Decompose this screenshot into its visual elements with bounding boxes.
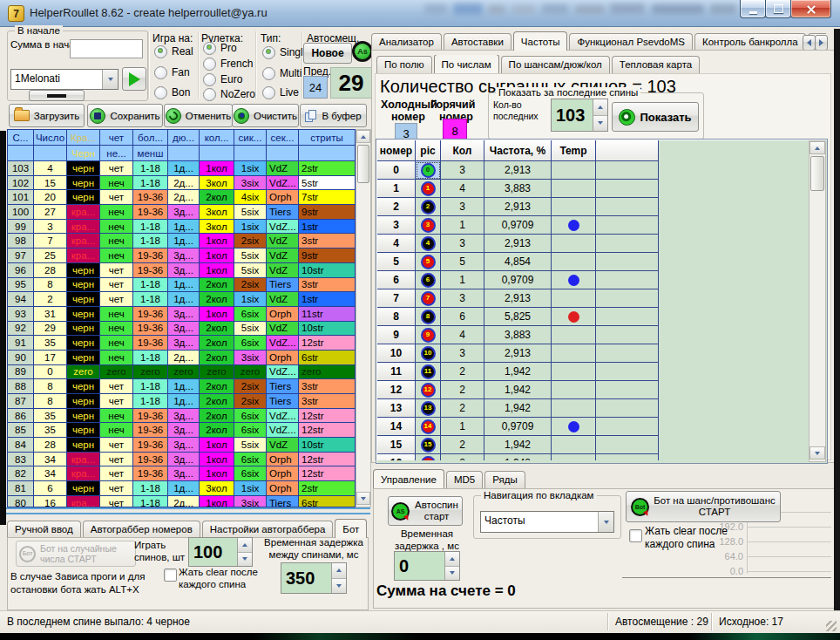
spins-cell[interactable]: 7str bbox=[299, 190, 356, 205]
spins-cell[interactable]: чет bbox=[100, 278, 133, 293]
spins-cell[interactable]: 94 bbox=[8, 292, 34, 307]
preset-value[interactable]: 1Melonati bbox=[11, 70, 102, 89]
spins-cell[interactable]: 2six bbox=[234, 394, 267, 409]
spins-cell[interactable]: кра... bbox=[67, 453, 100, 467]
spins-cell[interactable]: черн bbox=[67, 278, 100, 293]
spins-cell[interactable]: 6six bbox=[234, 307, 267, 322]
spins-cell[interactable]: черн bbox=[67, 190, 100, 205]
tab-По числам[interactable]: По числам bbox=[434, 55, 499, 73]
copy-button[interactable]: В буфер bbox=[300, 104, 367, 127]
show-button[interactable]: Показать bbox=[612, 102, 699, 132]
spins-cell[interactable]: 6 bbox=[34, 481, 67, 496]
spins-cell[interactable]: 12str bbox=[299, 336, 356, 351]
spins-cell[interactable]: 3six bbox=[234, 351, 267, 365]
spins-cell[interactable]: 102 bbox=[8, 176, 34, 191]
tab-Автограббер номеров[interactable]: Автограббер номеров bbox=[83, 521, 200, 538]
freq-count-cell[interactable]: 2 bbox=[441, 454, 484, 460]
spins-cell[interactable]: 19-36 bbox=[133, 409, 168, 424]
spins-cell[interactable]: 1six bbox=[234, 481, 267, 496]
freq-count-cell[interactable]: 3 bbox=[441, 344, 484, 363]
maximize-button[interactable] bbox=[765, 0, 791, 18]
freq-number-cell[interactable]: 11 bbox=[377, 363, 416, 381]
spins-cell[interactable]: 84 bbox=[8, 438, 34, 453]
minimize-button[interactable] bbox=[740, 0, 766, 18]
spins-cell[interactable]: черн bbox=[67, 409, 100, 424]
spins-cell[interactable]: 19-36 bbox=[133, 423, 168, 438]
freq-percent-cell[interactable]: 1,942 bbox=[484, 436, 552, 454]
freq-pic-cell[interactable]: 13 bbox=[416, 399, 441, 418]
spins-cell[interactable]: 4 bbox=[34, 161, 67, 176]
spins-cell[interactable]: чет bbox=[100, 466, 133, 481]
spins-cell[interactable]: черн bbox=[67, 379, 100, 394]
freq-empty-cell[interactable] bbox=[596, 363, 659, 381]
freq-empty-cell[interactable] bbox=[596, 235, 659, 253]
spins-cell[interactable]: 3str bbox=[299, 278, 356, 293]
freq-pic-cell[interactable]: 3 bbox=[416, 216, 441, 235]
spins-cell[interactable]: 12str bbox=[299, 423, 356, 438]
spins-cell[interactable]: zero bbox=[200, 365, 234, 380]
spins-cell[interactable]: черн bbox=[67, 307, 100, 322]
freq-number-cell[interactable]: 12 bbox=[377, 381, 416, 399]
freq-number-cell[interactable]: 1 bbox=[377, 180, 416, 198]
spins-cell[interactable]: 3д... bbox=[168, 423, 200, 438]
freq-empty-cell[interactable] bbox=[596, 399, 659, 418]
spins-cell[interactable]: 2кол bbox=[200, 292, 234, 307]
spins-cell[interactable]: 93 bbox=[8, 307, 34, 322]
radio-multi[interactable]: Multi bbox=[262, 67, 301, 79]
spins-cell[interactable]: Orph bbox=[267, 307, 299, 322]
freq-empty-cell[interactable] bbox=[596, 289, 659, 308]
spins-cell[interactable]: 1кол bbox=[200, 161, 234, 176]
step-down-button[interactable] bbox=[332, 579, 346, 594]
tab-Частоты[interactable]: Частоты bbox=[513, 31, 568, 51]
spins-cell[interactable]: 1-18 bbox=[133, 176, 168, 191]
spins-cell[interactable]: черн bbox=[67, 263, 100, 278]
spins-cell[interactable]: 5six bbox=[234, 438, 267, 453]
spins-cell[interactable]: 34 bbox=[34, 453, 67, 467]
spins-cell[interactable]: 1д... bbox=[168, 161, 200, 176]
spins-cell[interactable]: 86 bbox=[8, 409, 34, 424]
tab-Управление[interactable]: Управление bbox=[373, 469, 444, 488]
freq-count-cell[interactable]: 4 bbox=[441, 180, 484, 198]
spins-cell[interactable]: 29 bbox=[34, 322, 67, 337]
spins-cell[interactable]: 19-36 bbox=[133, 453, 168, 467]
spins-cell[interactable]: zero bbox=[133, 365, 168, 380]
spins-cell[interactable]: 82 bbox=[8, 466, 34, 481]
spins-cell[interactable]: 1д... bbox=[168, 220, 200, 235]
freq-number-cell[interactable]: 10 bbox=[377, 344, 416, 363]
freq-empty-cell[interactable] bbox=[596, 344, 659, 363]
spins-cell[interactable]: zero bbox=[168, 365, 200, 380]
play-spins-value[interactable]: 100 bbox=[189, 538, 237, 566]
spins-cell[interactable]: 11str bbox=[299, 307, 356, 322]
tab-Функционал PsevdoMS[interactable]: Функционал PsevdoMS bbox=[569, 33, 693, 51]
spins-cell[interactable]: 10str bbox=[299, 322, 356, 337]
scroll-up-button[interactable] bbox=[810, 141, 825, 154]
spins-cell[interactable]: 1кол bbox=[200, 496, 234, 507]
freq-temp-cell[interactable] bbox=[552, 253, 596, 271]
spins-cell[interactable]: 3кол bbox=[200, 205, 234, 220]
spins-cell[interactable]: Orph bbox=[267, 481, 299, 496]
spins-cell[interactable]: 1-18 bbox=[133, 220, 168, 235]
freq-empty-cell[interactable] bbox=[596, 418, 659, 436]
freq-number-cell[interactable]: 3 bbox=[377, 216, 416, 235]
spins-cell[interactable]: 2кол bbox=[200, 351, 234, 365]
freq-temp-cell[interactable] bbox=[552, 289, 596, 308]
freq-count-cell[interactable]: 4 bbox=[441, 326, 484, 344]
freq-pic-cell[interactable]: 1 bbox=[416, 180, 441, 198]
spins-cell[interactable]: 3кол bbox=[200, 176, 234, 191]
freq-temp-cell[interactable] bbox=[552, 326, 596, 344]
step-down-button[interactable] bbox=[593, 116, 607, 132]
scrollbar-thumb[interactable] bbox=[357, 145, 369, 183]
freq-temp-cell[interactable] bbox=[552, 344, 596, 363]
freq-count-cell[interactable]: 5 bbox=[441, 253, 484, 271]
load-button[interactable]: Загрузить bbox=[9, 104, 85, 127]
spins-cell[interactable]: zero bbox=[234, 365, 267, 380]
freq-percent-cell[interactable]: 2,913 bbox=[484, 289, 552, 308]
freq-count-cell[interactable]: 1 bbox=[441, 418, 484, 436]
tab-scroll-right-button[interactable] bbox=[815, 35, 828, 51]
last-count-stepper[interactable]: 103 bbox=[551, 99, 608, 132]
play-spins-stepper[interactable]: 100 bbox=[188, 537, 253, 567]
spins-cell[interactable]: 19-36 bbox=[133, 438, 168, 453]
spins-cell[interactable]: чет bbox=[100, 379, 133, 394]
spins-cell[interactable]: 1six bbox=[234, 220, 267, 235]
spin-delay-value[interactable]: 350 bbox=[281, 563, 331, 593]
